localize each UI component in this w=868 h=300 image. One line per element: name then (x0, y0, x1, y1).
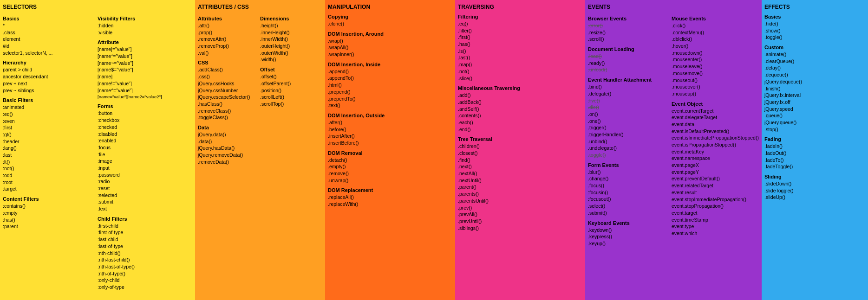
list-item: .error() (588, 22, 670, 29)
list-item: [name^="value"] (98, 87, 190, 94)
list-item: jQuery.hasData() (198, 145, 258, 152)
list-item: event.isImmediatePropagationStopped() (672, 134, 759, 141)
list-item: :not() (3, 165, 96, 172)
list-item: event.delegateTarget (672, 114, 759, 121)
forms-title: Forms (98, 103, 190, 109)
hierarchy-title: Hierarchy (3, 60, 96, 65)
list-item: .delegate() (588, 90, 670, 97)
list-item: .toggleClass() (198, 114, 258, 121)
list-item: event.pageY (672, 169, 759, 176)
list-item: :first-of-type (98, 229, 190, 236)
list-item: event.preventDefault() (672, 175, 759, 182)
list-item: .wrap() (328, 38, 452, 45)
list-item: .nextAll() (458, 170, 582, 177)
list-item: jQuery.dequeue() (764, 78, 866, 85)
list-item: .prev() (458, 204, 582, 211)
list-item: .contextMenu() (672, 29, 759, 36)
list-item: jQuery.cssHooks (198, 80, 258, 87)
document-loading-label: Document Loading (588, 46, 670, 52)
list-item: .fadeOut() (764, 150, 866, 157)
list-item: :even (3, 118, 96, 125)
list-item: .remove() (328, 170, 452, 177)
mouse-events-label: Mouse Events (672, 16, 759, 21)
list-item: .load() (588, 53, 670, 60)
list-item: :reset (98, 185, 190, 192)
list-item: [name|="value"] (98, 46, 190, 53)
list-item: .dblclick() (672, 36, 759, 43)
list-item: .mouseup() (672, 90, 759, 97)
attr-items: .attr() .prop() .removeAttr() .removePro… (198, 22, 258, 56)
events-section: EVENTS Browser Events .error() .resize()… (585, 0, 762, 300)
list-item: .live() (588, 97, 670, 104)
content-filters-items: :contains() :empty :has() :parent (3, 203, 96, 230)
list-item: element (3, 36, 96, 43)
list-item: .mouseover() (672, 83, 759, 90)
list-item: [name$="value"] (98, 66, 190, 73)
form-events-label: Form Events (588, 162, 670, 168)
manipulation-section: MANIPULATION Copying .clone() DOM Insert… (325, 0, 455, 300)
list-item: :has() (3, 217, 96, 223)
list-item: event.namespace (672, 155, 759, 162)
list-item: .focus() (588, 182, 670, 189)
list-item: .addBack() (458, 99, 582, 106)
list-item: .appendTo() (328, 75, 452, 82)
tree-traversal-items: .children() .closest() .find() .next() .… (458, 143, 582, 231)
attribute-title: Attribute (98, 39, 190, 45)
data-items: jQuery.data() .data() jQuery.hasData() j… (198, 131, 258, 165)
list-item: jQuery.escapeSelector() (198, 94, 258, 101)
list-item: :submit (98, 198, 190, 205)
list-item: .not() (458, 68, 582, 75)
content-filters-title: Content Filters (3, 196, 96, 202)
list-item: .children() (458, 143, 582, 150)
effects-basics-items: .hide() .show() .toggle() (764, 20, 866, 41)
list-item: :image (98, 158, 190, 165)
list-item: event.type (672, 223, 759, 230)
list-item: .width() (260, 56, 320, 63)
list-item: .map() (458, 61, 582, 68)
list-item: :selected (98, 192, 190, 199)
list-item: :odd (3, 172, 96, 179)
forms-items: :button :checkbox :checked :disabled :en… (98, 110, 190, 212)
list-item: .offsetParent() (260, 80, 320, 87)
dimensions-label: Dimensions (260, 16, 320, 21)
effects-basics-label: Basics (764, 14, 866, 19)
list-item: * (3, 22, 96, 29)
child-filters-title: Child Filters (98, 216, 190, 222)
list-item: .unbind() (588, 138, 670, 145)
list-item: :button (98, 110, 190, 117)
copying-label: Copying (328, 14, 452, 19)
sliding-label: Sliding (764, 174, 866, 179)
list-item: .last() (458, 54, 582, 61)
manipulation-title: MANIPULATION (328, 4, 452, 10)
list-item: jQuery.data() (198, 131, 258, 138)
list-item: jQuery.removeData() (198, 152, 258, 159)
list-item: .select() (588, 203, 670, 210)
list-item: .mouseleave() (672, 63, 759, 70)
sliding-items: .slideDown() .slideToggle() .slideUp() (764, 180, 866, 201)
list-item: .prependTo() (328, 96, 452, 102)
list-item: .trigger() (588, 124, 670, 131)
list-item: .on() (588, 111, 670, 118)
list-item: .find() (458, 157, 582, 164)
fading-items: .fadeIn() .fadeOut() .fadeTo() .fadeTogg… (764, 143, 866, 170)
effects-custom-items: .animate() .clearQueue() .delay() .deque… (764, 51, 866, 133)
list-item: .class (3, 29, 96, 36)
list-item: :file (98, 151, 190, 158)
filtering-label: Filtering (458, 14, 582, 19)
list-item: .after() (328, 119, 452, 126)
document-loading-items: .load() .ready() .unload() (588, 53, 670, 73)
list-item: .scrollLeft() (260, 94, 320, 101)
list-item: jQuery.fx.interval (764, 92, 866, 99)
list-item: .keypress() (588, 233, 670, 240)
list-item: .insertBefore() (328, 140, 452, 147)
list-item: [name="value"][name2="value2"] (98, 94, 190, 100)
filtering-items: .eq() .filter() .first() .has() .is() .l… (458, 20, 582, 82)
list-item: :lang() (3, 145, 96, 152)
basics-title: Basics (3, 16, 96, 21)
list-item: .html() (328, 82, 452, 89)
list-item: .insertAfter() (328, 133, 452, 140)
list-item: .scroll() (588, 36, 670, 43)
list-item: :parent (3, 223, 96, 230)
list-item: .toggle() (764, 34, 866, 41)
list-item: :eq() (3, 111, 96, 118)
